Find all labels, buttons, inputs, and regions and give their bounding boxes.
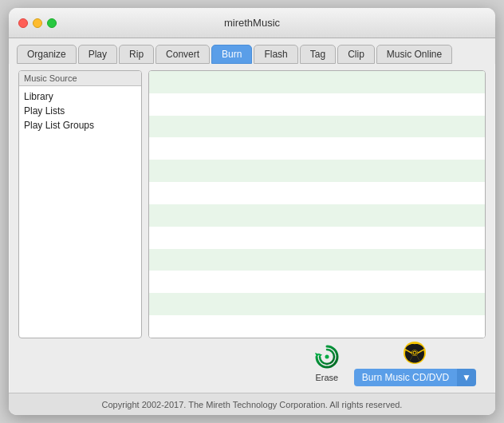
list-item <box>149 93 485 116</box>
close-button[interactable] <box>18 18 28 28</box>
burn-cd-dvd-button[interactable]: Burn Music CD/DVD <box>354 369 457 386</box>
burn-cd-item: Burn Music CD/DVD ▼ <box>354 338 476 386</box>
tab-organize[interactable]: Organize <box>17 45 77 64</box>
tab-rip[interactable]: Rip <box>119 45 154 64</box>
tab-clip[interactable]: Clip <box>337 45 375 64</box>
tab-music-online[interactable]: Music Online <box>376 45 452 64</box>
app-window: mirethMusic Organize Play Rip Convert Bu… <box>9 8 495 415</box>
list-item <box>149 71 485 93</box>
content-area: Music Source Library Play Lists Play Lis… <box>18 70 486 338</box>
title-bar: mirethMusic <box>9 8 495 38</box>
tab-play[interactable]: Play <box>78 45 117 64</box>
svg-point-6 <box>414 352 416 354</box>
list-item <box>149 271 485 293</box>
tab-burn[interactable]: Burn <box>211 45 252 64</box>
right-panel <box>148 70 486 338</box>
source-play-list-groups[interactable]: Play List Groups <box>24 118 136 132</box>
burn-button-group: Burn Music CD/DVD ▼ <box>354 369 476 386</box>
window-title: mirethMusic <box>224 17 280 29</box>
tab-tag[interactable]: Tag <box>300 45 336 64</box>
erase-icon <box>314 344 340 370</box>
list-item <box>149 293 485 315</box>
burn-dropdown <box>400 338 429 367</box>
track-list <box>149 71 485 338</box>
burn-dropdown-chevron[interactable]: ▼ <box>457 369 476 386</box>
minimize-button[interactable] <box>33 18 42 28</box>
erase-label: Erase <box>315 373 338 382</box>
list-item <box>149 116 485 138</box>
main-content: Music Source Library Play Lists Play Lis… <box>9 64 495 393</box>
tab-flash[interactable]: Flash <box>254 45 297 64</box>
traffic-lights <box>18 18 57 28</box>
music-source-items: Library Play Lists Play List Groups <box>19 86 141 136</box>
bottom-toolbar: Erase Burn Music CD <box>18 338 486 386</box>
maximize-button[interactable] <box>47 18 57 28</box>
tabs-bar: Organize Play Rip Convert Burn Flash Tag… <box>9 38 495 64</box>
source-library[interactable]: Library <box>24 89 136 104</box>
burn-icon-button[interactable] <box>400 338 429 367</box>
erase-item: Erase <box>313 342 341 382</box>
footer: Copyright 2002-2017. The Mireth Technolo… <box>9 393 495 415</box>
list-item <box>149 160 485 182</box>
radioactive-icon <box>402 340 427 366</box>
list-item <box>149 249 485 271</box>
erase-button[interactable] <box>313 342 341 371</box>
list-item <box>149 137 485 160</box>
left-panel: Music Source Library Play Lists Play Lis… <box>18 70 142 338</box>
list-item <box>149 182 485 204</box>
list-item <box>149 315 485 338</box>
source-play-lists[interactable]: Play Lists <box>24 104 136 118</box>
svg-point-2 <box>325 355 329 359</box>
list-item <box>149 204 485 227</box>
copyright-text: Copyright 2002-2017. The Mireth Technolo… <box>102 400 403 409</box>
list-item <box>149 227 485 249</box>
tab-convert[interactable]: Convert <box>156 45 210 64</box>
music-source-header: Music Source <box>19 71 141 86</box>
